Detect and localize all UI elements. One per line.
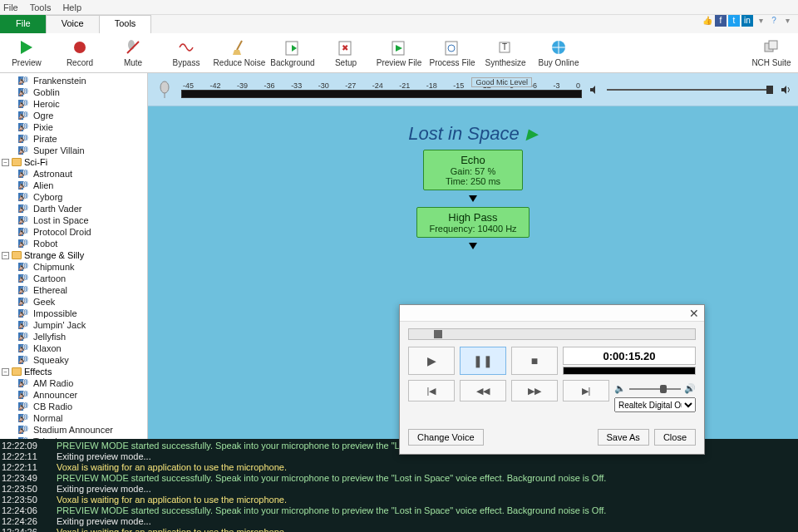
speaker-mute-icon[interactable] [590, 86, 598, 94]
bypass-icon [177, 38, 195, 57]
preview-button[interactable]: Preview [0, 33, 53, 72]
log-time: 12:23:50 [2, 484, 45, 495]
group-label: Sci-Fi [24, 157, 47, 167]
tree-item[interactable]: Stadium Announcer [0, 424, 147, 436]
menu-tools[interactable]: Tools [30, 2, 52, 12]
twitter-icon[interactable]: t [728, 15, 740, 27]
save-as-button[interactable]: Save As [598, 429, 649, 446]
record-button[interactable]: Record [53, 33, 106, 72]
output-device-select[interactable]: Realtek Digital Output (Realtek High Def… [614, 397, 696, 412]
tree-item[interactable]: Astronaut [0, 168, 147, 180]
linkedin-icon[interactable]: in [741, 15, 753, 27]
tree-group-header[interactable]: −Sci-Fi [0, 156, 147, 168]
synthesize-button[interactable]: T Synthesize [479, 33, 532, 72]
tab-file[interactable]: File [0, 15, 47, 33]
tree-item[interactable]: Normal [0, 412, 147, 424]
close-icon[interactable]: ✕ [689, 307, 699, 320]
tree-item[interactable]: Robot [0, 238, 147, 249]
like-icon[interactable]: 👍 [702, 15, 713, 27]
forward-button[interactable]: ▶▶ [511, 380, 558, 401]
chain-play-icon[interactable]: ▶ [526, 125, 538, 143]
mute-button[interactable]: Mute [106, 33, 160, 72]
log-time: 12:23:49 [2, 473, 45, 484]
tree-item[interactable]: Impossible [0, 308, 147, 319]
skip-start-button[interactable]: |◀ [408, 380, 455, 401]
tree-group-header[interactable]: −Effects [0, 366, 147, 377]
speaker-icon[interactable] [781, 86, 790, 94]
tree-item[interactable]: Goblin [0, 86, 147, 98]
bypass-button[interactable]: Bypass [160, 33, 213, 72]
voice-tree[interactable]: FrankensteinGoblinHeroicOgrePixiePirateS… [0, 73, 148, 439]
tree-item[interactable]: Chipmunk [0, 261, 147, 273]
tree-item[interactable]: Darth Vader [0, 203, 147, 214]
log-time: 12:22:11 [2, 451, 45, 462]
progress-bar [563, 367, 696, 375]
tree-item[interactable]: Pirate [0, 133, 147, 145]
item-label: Frankenstein [33, 76, 86, 86]
tree-item[interactable]: AM Radio [0, 377, 147, 389]
rewind-button[interactable]: ◀◀ [460, 380, 506, 401]
collapse-icon[interactable]: − [2, 159, 9, 166]
tree-item[interactable]: Super Villain [0, 145, 147, 156]
help-icon[interactable]: ? [768, 15, 780, 27]
tree-item[interactable]: Pixie [0, 121, 147, 133]
tree-item[interactable]: Jumpin' Jack [0, 319, 147, 331]
tree-item[interactable]: Protocol Droid [0, 226, 147, 238]
tick-label: -27 [345, 81, 356, 90]
tab-voice[interactable]: Voice [46, 15, 100, 33]
tick-label: -21 [399, 81, 410, 90]
preview-file-icon [390, 38, 408, 57]
pause-button[interactable]: ❚❚ [460, 347, 506, 375]
tree-item[interactable]: Frankenstein [0, 75, 147, 86]
reduce-noise-button[interactable]: Reduce Noise [213, 33, 266, 72]
tick-label: -30 [318, 81, 329, 90]
process-file-button[interactable]: Process File [426, 33, 479, 72]
change-voice-button[interactable]: Change Voice [408, 429, 484, 446]
tree-item[interactable]: Cartoon [0, 273, 147, 284]
tree-item[interactable]: Ethereal [0, 284, 147, 296]
nch-suite-button[interactable]: NCH Suite [745, 33, 798, 72]
tab-tools[interactable]: Tools [99, 15, 152, 33]
tree-item[interactable]: Klaxon [0, 342, 147, 354]
voice-icon [18, 228, 30, 236]
menu-file[interactable]: File [3, 2, 18, 12]
folder-icon [12, 367, 22, 376]
close-button[interactable]: Close [654, 429, 696, 446]
tree-item[interactable]: Cyborg [0, 191, 147, 203]
effect-echo[interactable]: Echo Gain: 57 % Time: 250 ms [423, 150, 523, 190]
process-file-label: Process File [429, 58, 475, 67]
tree-item[interactable]: Jellyfish [0, 331, 147, 342]
collapse-icon[interactable]: − [2, 368, 9, 376]
chain-title: Lost in Space ▶ [408, 123, 537, 145]
tree-item[interactable]: Lost in Space [0, 214, 147, 226]
player-titlebar[interactable]: ✕ [400, 305, 704, 322]
tree-item[interactable]: Announcer [0, 389, 147, 401]
reduce-noise-label: Reduce Noise [214, 58, 266, 67]
tree-item[interactable]: CB Radio [0, 401, 147, 412]
seek-slider[interactable] [408, 328, 696, 340]
tree-item[interactable]: Ogre [0, 110, 147, 121]
background-button[interactable]: Background [266, 33, 319, 72]
setup-button[interactable]: ✖ Setup [319, 33, 372, 72]
play-button[interactable]: ▶ [408, 347, 455, 375]
dropdown-icon[interactable]: ▾ [755, 15, 766, 27]
item-label: Normal [33, 413, 62, 423]
menu-help[interactable]: Help [62, 2, 81, 12]
effect-highpass[interactable]: High Pass Frequency: 10400 Hz [416, 207, 529, 238]
tree-item[interactable]: Squeaky [0, 354, 147, 366]
tree-item[interactable]: Geek [0, 296, 147, 308]
bypass-label: Bypass [173, 58, 200, 67]
player-volume-slider[interactable]: 🔈🔊 [614, 383, 696, 394]
output-volume-slider[interactable] [607, 89, 773, 91]
tree-group-header[interactable]: −Strange & Silly [0, 249, 147, 261]
tree-item[interactable]: Heroic [0, 98, 147, 110]
stop-button[interactable]: ■ [511, 347, 558, 375]
help-dropdown-icon[interactable]: ▾ [781, 15, 793, 27]
skip-end-button[interactable]: ▶| [563, 380, 609, 401]
facebook-icon[interactable]: f [715, 15, 727, 27]
vol-high-icon: 🔊 [684, 383, 696, 394]
buy-online-button[interactable]: Buy Online [532, 33, 585, 72]
collapse-icon[interactable]: − [2, 252, 9, 259]
tree-item[interactable]: Alien [0, 180, 147, 191]
preview-file-button[interactable]: Preview File [372, 33, 426, 72]
